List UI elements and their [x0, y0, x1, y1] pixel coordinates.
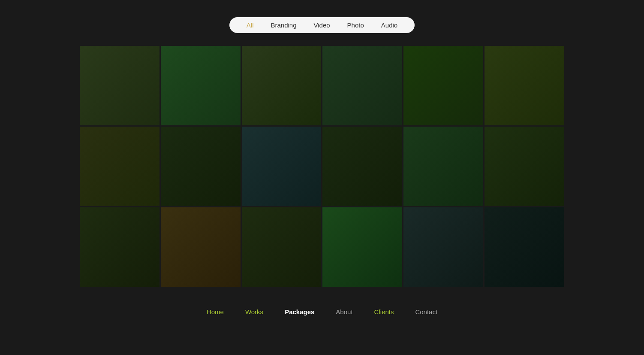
- filter-bar: All Branding Video Photo Audio: [229, 17, 415, 33]
- portfolio-grid: [80, 46, 564, 287]
- nav-home[interactable]: Home: [207, 308, 224, 316]
- grid-cell-2-4[interactable]: [322, 127, 402, 206]
- grid-cell-1-5[interactable]: [403, 46, 483, 125]
- nav-contact[interactable]: Contact: [415, 308, 437, 316]
- grid-cell-1-3[interactable]: [242, 46, 322, 125]
- grid-cell-3-4[interactable]: [322, 207, 402, 287]
- grid-cell-2-1[interactable]: [80, 127, 159, 206]
- grid-cell-1-6[interactable]: [485, 46, 564, 125]
- filter-branding[interactable]: Branding: [271, 21, 296, 29]
- grid-cell-3-2[interactable]: [161, 207, 241, 287]
- grid-cell-3-5[interactable]: [403, 207, 483, 287]
- filter-photo[interactable]: Photo: [347, 21, 364, 29]
- grid-cell-3-1[interactable]: [80, 207, 159, 287]
- nav-clients[interactable]: Clients: [374, 308, 394, 316]
- grid-cell-1-2[interactable]: [161, 46, 241, 125]
- nav-works[interactable]: Works: [245, 308, 263, 316]
- grid-cell-3-3[interactable]: [242, 207, 322, 287]
- filter-video[interactable]: Video: [314, 21, 330, 29]
- grid-cell-1-4[interactable]: [322, 46, 402, 125]
- grid-cell-2-6[interactable]: [485, 127, 564, 206]
- grid-cell-2-5[interactable]: [403, 127, 483, 206]
- footer-nav: Home Works Packages About Clients Contac…: [207, 308, 437, 316]
- nav-packages[interactable]: Packages: [285, 308, 314, 316]
- nav-about[interactable]: About: [336, 308, 352, 316]
- grid-cell-2-2[interactable]: [161, 127, 241, 206]
- grid-cell-2-3[interactable]: [242, 127, 322, 206]
- grid-cell-1-1[interactable]: [80, 46, 159, 125]
- grid-cell-3-6[interactable]: [485, 207, 564, 287]
- filter-all[interactable]: All: [247, 21, 254, 29]
- filter-audio[interactable]: Audio: [381, 21, 397, 29]
